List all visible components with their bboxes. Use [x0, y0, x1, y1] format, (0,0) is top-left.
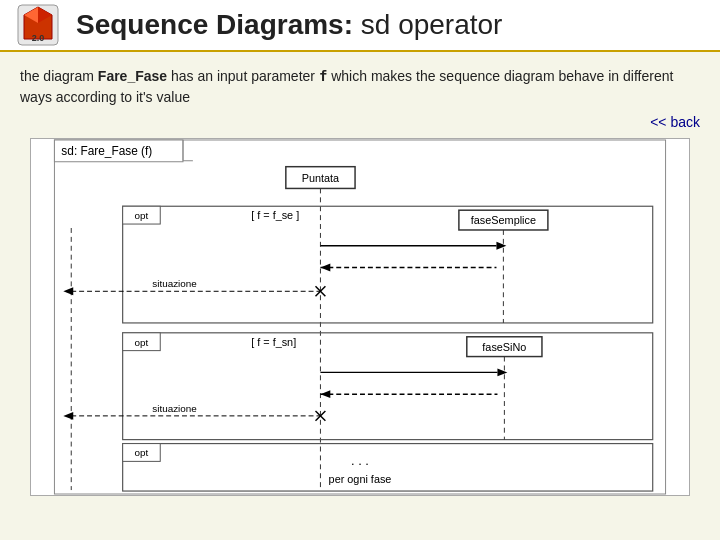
- svg-text:faseSemplice: faseSemplice: [471, 214, 536, 226]
- title-sub: sd operator: [361, 9, 503, 40]
- diagram-svg: sd: Fare_Fase (f) Puntata opt [ f = f_se…: [31, 139, 689, 495]
- svg-text:[ f = f_se ]: [ f = f_se ]: [251, 209, 299, 221]
- logo-icon: 2.0: [16, 3, 60, 47]
- back-link-container[interactable]: << back: [20, 114, 700, 130]
- back-button[interactable]: << back: [650, 114, 700, 130]
- svg-text:per ogni fase: per ogni fase: [329, 473, 392, 485]
- svg-text:opt: opt: [135, 447, 149, 458]
- page-header: 2.0 Sequence Diagrams: sd operator: [0, 0, 720, 52]
- description-text: the diagram Fare_Fase has an input param…: [20, 66, 700, 108]
- svg-text:Puntata: Puntata: [302, 172, 340, 184]
- desc-part1: the diagram: [20, 68, 98, 84]
- svg-text:sd: Fare_Fase (f): sd: Fare_Fase (f): [61, 144, 152, 158]
- sequence-diagram: sd: Fare_Fase (f) Puntata opt [ f = f_se…: [30, 138, 690, 496]
- diagram-name: Fare_Fase: [98, 68, 167, 84]
- svg-text:[ f = f_sn]: [ f = f_sn]: [251, 336, 296, 348]
- svg-text:. . .: . . .: [351, 453, 369, 468]
- svg-text:faseSiNo: faseSiNo: [482, 341, 526, 353]
- svg-text:situazione: situazione: [152, 278, 197, 289]
- desc-part2: has an input parameter: [167, 68, 319, 84]
- title-main: Sequence Diagrams:: [76, 9, 353, 40]
- svg-text:opt: opt: [135, 210, 149, 221]
- page-title: Sequence Diagrams: sd operator: [76, 9, 502, 41]
- svg-text:situazione: situazione: [152, 403, 197, 414]
- main-content: the diagram Fare_Fase has an input param…: [0, 52, 720, 506]
- svg-text:opt: opt: [135, 337, 149, 348]
- svg-text:2.0: 2.0: [32, 33, 45, 43]
- svg-rect-5: [54, 140, 665, 494]
